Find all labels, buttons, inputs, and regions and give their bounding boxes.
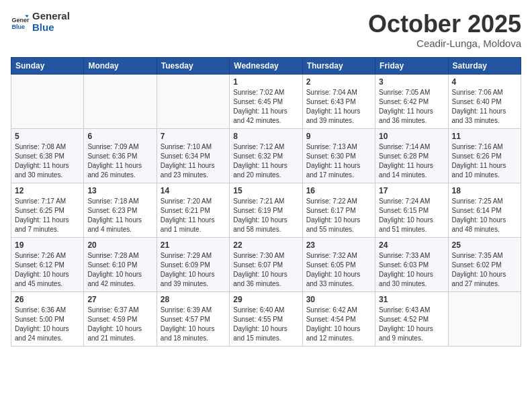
day-number: 21 [161, 240, 226, 250]
calendar-week-row: 12Sunrise: 7:17 AM Sunset: 6:25 PM Dayli… [11, 183, 521, 237]
day-info: Sunrise: 7:29 AM Sunset: 6:09 PM Dayligh… [161, 251, 226, 289]
day-info: Sunrise: 6:37 AM Sunset: 4:59 PM Dayligh… [87, 306, 152, 343]
day-number: 28 [161, 295, 226, 304]
logo-blue: Blue [32, 21, 54, 33]
day-info: Sunrise: 7:18 AM Sunset: 6:23 PM Dayligh… [87, 197, 152, 234]
day-info: Sunrise: 7:28 AM Sunset: 6:10 PM Dayligh… [87, 251, 152, 289]
day-info: Sunrise: 7:25 AM Sunset: 6:14 PM Dayligh… [452, 197, 517, 234]
calendar-day-cell: 30Sunrise: 6:42 AM Sunset: 4:54 PM Dayli… [302, 291, 375, 346]
calendar-day-cell: 15Sunrise: 7:21 AM Sunset: 6:19 PM Dayli… [230, 183, 302, 237]
calendar-day-cell: 29Sunrise: 6:40 AM Sunset: 4:55 PM Dayli… [230, 291, 302, 346]
logo-icon: General Blue [11, 13, 30, 32]
calendar-day-cell: 14Sunrise: 7:20 AM Sunset: 6:21 PM Dayli… [157, 183, 229, 237]
calendar-day-cell: 16Sunrise: 7:22 AM Sunset: 6:17 PM Dayli… [302, 183, 375, 237]
page-header: General Blue General Blue October 2025 C… [11, 11, 521, 49]
calendar-day-cell: 2Sunrise: 7:04 AM Sunset: 6:43 PM Daylig… [302, 74, 375, 128]
day-number: 3 [379, 77, 444, 87]
day-info: Sunrise: 7:13 AM Sunset: 6:30 PM Dayligh… [306, 142, 371, 180]
weekday-header: Friday [375, 57, 448, 74]
calendar-day-cell [157, 74, 229, 128]
day-info: Sunrise: 7:35 AM Sunset: 6:02 PM Dayligh… [452, 251, 517, 289]
calendar-day-cell: 19Sunrise: 7:26 AM Sunset: 6:12 PM Dayli… [11, 237, 84, 291]
day-number: 5 [15, 132, 80, 141]
calendar-day-cell: 18Sunrise: 7:25 AM Sunset: 6:14 PM Dayli… [448, 183, 521, 237]
calendar-day-cell: 28Sunrise: 6:39 AM Sunset: 4:57 PM Dayli… [157, 291, 229, 346]
day-number: 2 [306, 77, 371, 87]
day-number: 4 [452, 77, 517, 87]
day-info: Sunrise: 6:40 AM Sunset: 4:55 PM Dayligh… [233, 306, 298, 343]
day-number: 17 [379, 186, 444, 195]
logo: General Blue General Blue [11, 11, 70, 33]
day-info: Sunrise: 7:33 AM Sunset: 6:03 PM Dayligh… [379, 251, 444, 289]
day-number: 1 [233, 77, 298, 87]
calendar-day-cell: 21Sunrise: 7:29 AM Sunset: 6:09 PM Dayli… [157, 237, 229, 291]
calendar-table: SundayMondayTuesdayWednesdayThursdayFrid… [11, 57, 521, 347]
day-number: 7 [161, 132, 226, 141]
day-info: Sunrise: 7:09 AM Sunset: 6:36 PM Dayligh… [87, 142, 152, 180]
day-number: 9 [306, 132, 371, 141]
day-number: 18 [452, 186, 517, 195]
calendar-day-cell: 1Sunrise: 7:02 AM Sunset: 6:45 PM Daylig… [230, 74, 302, 128]
calendar-day-cell [11, 74, 84, 128]
calendar-day-cell: 12Sunrise: 7:17 AM Sunset: 6:25 PM Dayli… [11, 183, 84, 237]
calendar-week-row: 26Sunrise: 6:36 AM Sunset: 5:00 PM Dayli… [11, 291, 521, 346]
calendar-day-cell: 26Sunrise: 6:36 AM Sunset: 5:00 PM Dayli… [11, 291, 84, 346]
day-info: Sunrise: 6:36 AM Sunset: 5:00 PM Dayligh… [15, 306, 80, 343]
calendar-day-cell: 8Sunrise: 7:12 AM Sunset: 6:32 PM Daylig… [230, 128, 302, 183]
day-info: Sunrise: 7:26 AM Sunset: 6:12 PM Dayligh… [15, 251, 80, 289]
weekday-header: Sunday [11, 57, 84, 74]
calendar-day-cell: 13Sunrise: 7:18 AM Sunset: 6:23 PM Dayli… [84, 183, 157, 237]
weekday-header: Monday [84, 57, 157, 74]
calendar-day-cell: 27Sunrise: 6:37 AM Sunset: 4:59 PM Dayli… [84, 291, 157, 346]
calendar-day-cell: 6Sunrise: 7:09 AM Sunset: 6:36 PM Daylig… [84, 128, 157, 183]
day-number: 22 [233, 240, 298, 250]
day-number: 16 [306, 186, 371, 195]
day-number: 19 [15, 240, 80, 250]
day-info: Sunrise: 7:08 AM Sunset: 6:38 PM Dayligh… [15, 142, 80, 180]
weekday-header: Saturday [448, 57, 521, 74]
day-info: Sunrise: 7:24 AM Sunset: 6:15 PM Dayligh… [379, 197, 444, 234]
weekday-header: Thursday [302, 57, 375, 74]
calendar-day-cell: 25Sunrise: 7:35 AM Sunset: 6:02 PM Dayli… [448, 237, 521, 291]
day-number: 23 [306, 240, 371, 250]
calendar-day-cell: 17Sunrise: 7:24 AM Sunset: 6:15 PM Dayli… [375, 183, 448, 237]
day-number: 29 [233, 295, 298, 304]
calendar-day-cell [448, 291, 521, 346]
svg-text:Blue: Blue [11, 23, 25, 30]
day-info: Sunrise: 7:12 AM Sunset: 6:32 PM Dayligh… [233, 142, 298, 180]
day-info: Sunrise: 7:04 AM Sunset: 6:43 PM Dayligh… [306, 88, 371, 126]
day-number: 26 [15, 295, 80, 304]
weekday-header: Tuesday [157, 57, 229, 74]
day-info: Sunrise: 7:17 AM Sunset: 6:25 PM Dayligh… [15, 197, 80, 234]
day-info: Sunrise: 7:16 AM Sunset: 6:26 PM Dayligh… [452, 142, 517, 180]
day-number: 20 [87, 240, 152, 250]
day-number: 27 [87, 295, 152, 304]
day-number: 31 [379, 295, 444, 304]
calendar-day-cell [84, 74, 157, 128]
day-info: Sunrise: 6:43 AM Sunset: 4:52 PM Dayligh… [379, 306, 444, 343]
day-info: Sunrise: 7:22 AM Sunset: 6:17 PM Dayligh… [306, 197, 371, 234]
day-number: 25 [452, 240, 517, 250]
day-info: Sunrise: 6:39 AM Sunset: 4:57 PM Dayligh… [161, 306, 226, 343]
svg-text:General: General [11, 17, 30, 24]
calendar-week-row: 19Sunrise: 7:26 AM Sunset: 6:12 PM Dayli… [11, 237, 521, 291]
month-title: October 2025 [368, 11, 521, 38]
day-number: 11 [452, 132, 517, 141]
day-number: 6 [87, 132, 152, 141]
day-info: Sunrise: 7:10 AM Sunset: 6:34 PM Dayligh… [161, 142, 226, 180]
day-number: 30 [306, 295, 371, 304]
day-info: Sunrise: 7:05 AM Sunset: 6:42 PM Dayligh… [379, 88, 444, 126]
day-number: 15 [233, 186, 298, 195]
weekday-header: Wednesday [230, 57, 302, 74]
calendar-day-cell: 22Sunrise: 7:30 AM Sunset: 6:07 PM Dayli… [230, 237, 302, 291]
calendar-day-cell: 31Sunrise: 6:43 AM Sunset: 4:52 PM Dayli… [375, 291, 448, 346]
day-info: Sunrise: 7:06 AM Sunset: 6:40 PM Dayligh… [452, 88, 517, 126]
calendar-day-cell: 4Sunrise: 7:06 AM Sunset: 6:40 PM Daylig… [448, 74, 521, 128]
day-number: 10 [379, 132, 444, 141]
day-number: 24 [379, 240, 444, 250]
logo-general: General [32, 10, 70, 21]
day-info: Sunrise: 6:42 AM Sunset: 4:54 PM Dayligh… [306, 306, 371, 343]
calendar-day-cell: 9Sunrise: 7:13 AM Sunset: 6:30 PM Daylig… [302, 128, 375, 183]
calendar-week-row: 5Sunrise: 7:08 AM Sunset: 6:38 PM Daylig… [11, 128, 521, 183]
calendar-day-cell: 24Sunrise: 7:33 AM Sunset: 6:03 PM Dayli… [375, 237, 448, 291]
